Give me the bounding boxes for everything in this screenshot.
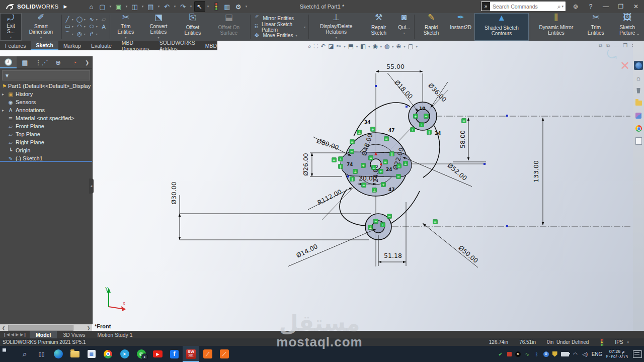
sketch-point[interactable] (484, 163, 486, 165)
new-document-icon[interactable]: ▢ (98, 2, 108, 12)
sketch-relation-badge[interactable]: ⊥ (420, 123, 424, 127)
volume-icon[interactable]: ◁) (582, 351, 588, 357)
redo-icon[interactable]: ↷ (178, 2, 188, 12)
zoom-to-area-icon[interactable]: ⛶ (314, 43, 318, 50)
tab-features[interactable]: Features (0, 41, 31, 50)
dimension-51.18[interactable]: 51.18 (384, 252, 402, 259)
file-properties-icon[interactable]: ▥ (222, 2, 232, 12)
home-icon[interactable]: ⌂ (87, 2, 97, 12)
unit-system-selector[interactable]: IPS▾ (615, 339, 629, 345)
options-gear-icon[interactable]: ⚙ (233, 2, 244, 12)
dimension-52.00[interactable]: Ø52.00 (446, 161, 469, 182)
search-commands-box[interactable]: » ⌕ ▾ (481, 2, 566, 11)
previous-view-icon[interactable]: ↶ (320, 43, 326, 50)
apply-scene-caret[interactable]: ▾ (404, 45, 405, 48)
tree-filter-box[interactable]: ▼ (2, 70, 90, 80)
print-icon[interactable]: ▤ (146, 2, 156, 12)
repair-sketch-button[interactable]: ⚒ Repair Sketch (362, 13, 395, 41)
view-settings-caret[interactable]: ▾ (416, 45, 418, 48)
undo-caret[interactable]: ▾ (173, 5, 177, 9)
convert-entities-button[interactable]: ⬔ Convert Entities▾ (140, 13, 177, 41)
save-icon[interactable]: ◫ (130, 2, 140, 12)
panel-horizontal-scrollbar[interactable]: ❮ ❯ (0, 324, 92, 331)
hide-show-items-icon[interactable]: ◉ (372, 43, 377, 50)
start-taskbar-icon[interactable] (0, 346, 17, 362)
exit-sketch-button[interactable]: ⤾ Exit S...▾ (0, 13, 22, 41)
sketch-point[interactable] (506, 115, 508, 117)
recycle-bin-desktop-icon[interactable] (634, 86, 643, 95)
feature-manager-tab[interactable]: 🕘 (0, 56, 17, 68)
sketch-relation-badge[interactable]: + (371, 127, 375, 132)
sketch-relation-badge[interactable]: = (433, 220, 438, 224)
graphics-area[interactable]: 55.00Ø18.00Ø36.00Ø80.00Ø48.00Ø22.0024.00… (0, 41, 633, 331)
scroll-right-icon[interactable]: ❯ (85, 326, 92, 330)
task-view-taskbar-icon[interactable]: ▯▯ (33, 346, 50, 362)
rectangle-tool-icon[interactable]: ▭ (64, 23, 71, 30)
smart-dimension-button[interactable]: ✐ Smart Dimension▾ (22, 13, 60, 41)
ribbon-collapse-chevron[interactable]: ⌃ (636, 33, 640, 38)
whatsapp-taskbar-icon[interactable]: ✆● (133, 346, 149, 362)
expand-arrow-icon[interactable]: ▸ (2, 108, 7, 113)
dimension-20.00[interactable]: 20.00 (359, 174, 377, 182)
tab-mbd[interactable]: MBD (200, 41, 222, 50)
folder-desktop-icon[interactable] (634, 99, 643, 108)
sketch-relation-badge[interactable]: = (350, 140, 355, 144)
sketch-relation-badge[interactable]: + (339, 157, 343, 161)
close-button[interactable]: ✕ (631, 3, 641, 10)
model-tab-model[interactable]: Model (30, 331, 57, 338)
panel-tabs-overflow-icon[interactable]: ❯ (85, 56, 92, 68)
display-delete-relations-button[interactable]: ⊥ Display/Delete Relations▾ (310, 13, 362, 41)
sketch-relation-badge[interactable]: = (332, 158, 337, 162)
restore-button[interactable]: ❐ (616, 3, 626, 10)
tree-item-part1-default-default-di[interactable]: ⚑Part1 (Default<<Default>_Display S (0, 82, 92, 90)
sketch-point[interactable] (506, 225, 508, 227)
sketch-relation-badge[interactable]: ⊥ (357, 130, 362, 135)
dimension-26.00[interactable]: Ø26.00 (302, 153, 309, 176)
sketch-relation-badge[interactable]: = (369, 156, 373, 160)
scroll-left-icon[interactable]: ❮ (0, 326, 7, 330)
sketch-canvas[interactable]: 55.00Ø18.00Ø36.00Ø80.00Ø48.00Ø22.0024.00… (0, 41, 633, 331)
tree-item-top-plane[interactable]: ▱Top Plane (0, 130, 92, 138)
redo-caret[interactable]: ▾ (189, 5, 193, 9)
view-orientation-caret[interactable]: ▾ (356, 45, 358, 48)
home-desktop-icon[interactable]: ⌂ (634, 73, 643, 82)
dimension-36.00[interactable]: Ø36.00 (427, 81, 448, 104)
circle-tool-icon[interactable]: ◯ (76, 16, 84, 23)
tree-item-annotations[interactable]: ▸AAnnotations (0, 106, 92, 114)
chrome-desktop-icon[interactable] (634, 124, 643, 133)
tree-item-front-plane[interactable]: ▱Front Plane (0, 122, 92, 130)
doc-prev-icon[interactable]: ⧉ (599, 43, 602, 49)
dimension-30.00[interactable]: Ø30.00 (170, 182, 178, 205)
sketch-relation-badge[interactable]: ⊥ (368, 225, 373, 230)
telegram-taskbar-icon[interactable]: ➤ (116, 346, 133, 362)
sketch-relation-badge[interactable]: + (361, 163, 366, 168)
print-caret[interactable]: ▾ (157, 5, 161, 9)
view-settings-icon[interactable]: ▢ (408, 43, 413, 50)
dynamic-mirror-button[interactable]: ⫼ Dynamic Mirror Entities (531, 13, 581, 41)
tree-item-sensors[interactable]: ◉Sensors (0, 98, 92, 106)
model-tab-motion-study-1[interactable]: Motion Study 1 (92, 331, 139, 338)
search-taskbar-icon[interactable]: ⌕ (17, 346, 33, 362)
chrome-taskbar-icon[interactable] (100, 346, 116, 362)
model-tab-nav[interactable]: ❙◀◀ ▶▶❙ (0, 331, 30, 338)
sketch-relation-badge[interactable]: = (462, 119, 466, 123)
sketch-relation-badge[interactable]: = (384, 137, 389, 141)
dimension-80.00[interactable]: Ø80.00 (315, 137, 340, 151)
search-icon[interactable]: ⌕ (557, 3, 562, 10)
dimension-50.00[interactable]: Ø50.00 (457, 244, 480, 264)
sketch-relation-badge[interactable]: = (350, 149, 354, 154)
foxit-phantom-taskbar-icon[interactable]: ⟋ (216, 346, 232, 362)
ellipse-tool-icon[interactable]: ⬭ (88, 23, 96, 30)
dimension-R112.00[interactable]: R112.00 (316, 188, 343, 206)
section-view-icon[interactable]: ◪ (328, 43, 334, 50)
undo-icon[interactable]: ↶ (162, 2, 172, 12)
tab-markup[interactable]: Markup (58, 41, 86, 50)
sketch-point[interactable] (375, 85, 377, 87)
settings-tray-icon[interactable]: ⚙ (543, 351, 549, 357)
open-icon[interactable]: ▣ (114, 2, 124, 12)
tab-mbd-dimensions[interactable]: MBD Dimensions (117, 41, 154, 50)
instant2d-button[interactable]: ✒ Instant2D (447, 13, 474, 41)
file-explorer-taskbar-icon[interactable] (66, 346, 83, 362)
apply-scene-icon[interactable]: ⊕ (396, 43, 401, 50)
sketch-point[interactable] (347, 175, 349, 177)
